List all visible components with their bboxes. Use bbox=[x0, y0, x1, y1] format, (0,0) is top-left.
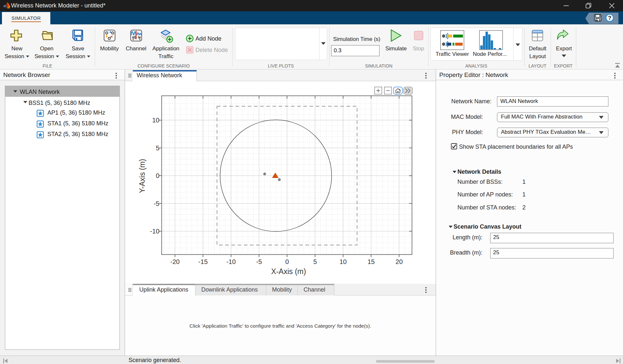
svg-text:?: ? bbox=[608, 15, 611, 21]
svg-text:-10: -10 bbox=[226, 258, 236, 265]
svg-text:-15: -15 bbox=[198, 258, 208, 265]
svg-text:5: 5 bbox=[313, 258, 317, 265]
svg-text:10: 10 bbox=[340, 258, 347, 265]
svg-text:5: 5 bbox=[156, 144, 159, 152]
svg-text:-10: -10 bbox=[150, 228, 159, 235]
svg-text:X-Axis (m): X-Axis (m) bbox=[271, 267, 306, 276]
svg-text:0: 0 bbox=[156, 172, 159, 179]
svg-text:Y-Axis (m): Y-Axis (m) bbox=[138, 159, 146, 193]
svg-text:-5: -5 bbox=[256, 258, 262, 265]
svg-text:-20: -20 bbox=[170, 258, 180, 265]
svg-text:20: 20 bbox=[395, 258, 403, 265]
svg-text:0: 0 bbox=[285, 258, 289, 265]
svg-text:-5: -5 bbox=[154, 200, 159, 207]
svg-text:15: 15 bbox=[368, 258, 375, 265]
svg-text:10: 10 bbox=[152, 117, 159, 124]
